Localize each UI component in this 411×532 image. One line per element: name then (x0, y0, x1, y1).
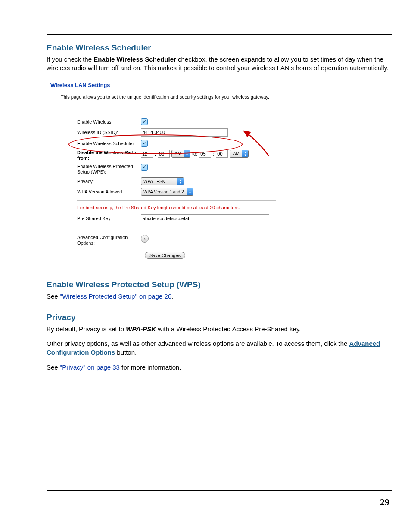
advanced-options-button[interactable]: › (141, 235, 149, 243)
para-wps: See "Wireless Protected Setup" on page 2… (47, 292, 392, 301)
psk-input[interactable] (141, 214, 269, 222)
checkbox-enable-scheduler[interactable]: ✓ (141, 140, 148, 147)
text: . (171, 292, 173, 300)
label-enable-wireless: Enable Wireless: (77, 119, 141, 124)
to-ampm-value: AM (230, 150, 242, 157)
stepper-arrows-icon: ▲▼ (187, 188, 193, 195)
panel-subtitle: This page allows you to set the unique i… (50, 94, 280, 100)
privacy-value: WPA - PSK (141, 178, 177, 185)
privacy-select[interactable]: WPA - PSK ▲▼ (141, 177, 184, 185)
panel-title: Wireless LAN Settings (50, 82, 280, 88)
divider (77, 227, 276, 227)
to-hour-input[interactable] (199, 150, 211, 158)
from-ampm-select[interactable]: AM ▲▼ (171, 150, 190, 158)
heading-enable-wps: Enable Wireless Protected Setup (WPS) (47, 280, 392, 289)
to-minute-input[interactable] (216, 150, 228, 158)
psk-warning: For best security, the Pre Shared Key le… (77, 205, 280, 210)
label-wpa-version: WPA Version Allowed (77, 189, 141, 194)
to-ampm-select[interactable]: AM ▲▼ (230, 150, 249, 158)
text: See (47, 364, 60, 371)
checkbox-wps[interactable]: ✓ (141, 164, 148, 171)
text: Other privacy options, as well as other … (47, 340, 349, 347)
stepper-arrows-icon: ▲▼ (242, 150, 248, 157)
page-number: 29 (380, 497, 389, 508)
wpa-version-select[interactable]: WPA Version 1 and 2 ▲▼ (141, 188, 193, 196)
top-rule (47, 34, 392, 35)
from-hour-input[interactable] (141, 150, 153, 158)
label-privacy: Privacy: (77, 179, 141, 184)
text: button. (115, 348, 137, 356)
wpa-version-value: WPA Version 1 and 2 (141, 188, 187, 195)
heading-enable-wireless-scheduler: Enable Wireless Scheduler (47, 43, 392, 53)
label-enable-scheduler: Enable Wireless Scheduler: (77, 141, 141, 146)
link-privacy-page33[interactable]: "Privacy" on page 33 (60, 364, 120, 371)
save-changes-button[interactable]: Save Changes (145, 252, 185, 259)
para-privacy-1: By default, Privacy is set to WPA-PSK wi… (47, 325, 392, 333)
colon: : (213, 151, 214, 156)
from-ampm-value: AM (172, 150, 184, 157)
stepper-arrows-icon: ▲▼ (177, 178, 184, 185)
label-advanced-options: Advanced Configuration Options: (77, 235, 141, 246)
checkbox-enable-wireless[interactable]: ✓ (141, 118, 148, 125)
stepper-arrows-icon: ▲▼ (184, 150, 190, 157)
text-bold-italic: WPA-PSK (126, 325, 156, 333)
label-ssid: Wireless ID (SSID): (77, 130, 141, 135)
para-enable-wireless-scheduler: If you check the Enable Wireless Schedul… (47, 55, 392, 73)
text-bold: Enable Wireless Scheduler (93, 56, 176, 63)
text: for more information. (120, 364, 181, 371)
heading-privacy: Privacy (47, 313, 392, 322)
label-wps: Enable Wireless Protected Setup (WPS): (77, 164, 141, 175)
para-privacy-3: See "Privacy" on page 33 for more inform… (47, 363, 392, 372)
colon: : (155, 151, 156, 156)
divider (77, 200, 276, 201)
from-minute-input[interactable] (158, 150, 170, 158)
chevron-right-icon: › (144, 236, 146, 241)
bottom-rule (47, 490, 392, 491)
para-privacy-2: Other privacy options, as well as other … (47, 339, 392, 357)
text: By default, Privacy is set to (47, 325, 126, 333)
ssid-input[interactable] (141, 128, 228, 137)
text: with a Wireless Protected Access Pre-Sha… (156, 325, 301, 333)
text: If you check the (47, 56, 93, 63)
wireless-lan-settings-panel: Wireless LAN Settings This page allows y… (47, 79, 283, 264)
link-wps-page26[interactable]: "Wireless Protected Setup" on page 26 (60, 292, 171, 300)
text: See (47, 292, 60, 300)
label-psk: Pre Shared Key: (77, 216, 141, 221)
to-label: to: (192, 151, 197, 156)
label-disable-radio-from: Disable the Wireless Radio from: (77, 150, 141, 161)
